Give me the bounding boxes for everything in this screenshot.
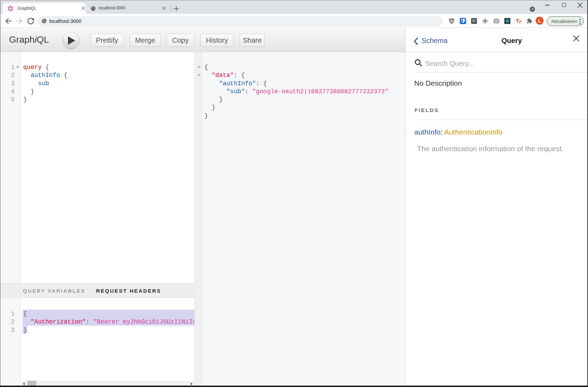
svg-text:uO: uO bbox=[450, 20, 453, 22]
